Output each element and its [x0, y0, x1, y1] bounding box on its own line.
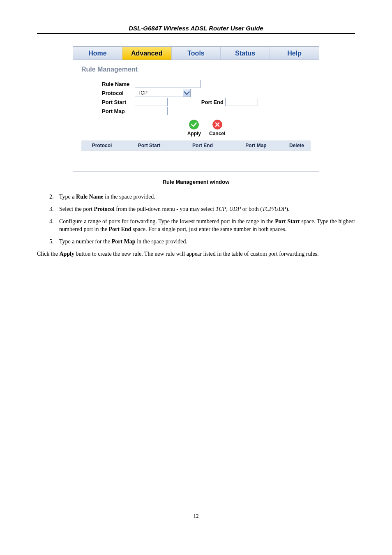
chevron-down-icon[interactable]: [183, 89, 190, 97]
closing-paragraph: Click the Apply button to create the new…: [37, 250, 355, 258]
port-map-label: Port Map: [102, 108, 135, 114]
rule-form: Rule Name Protocol TCP Port Start Port E…: [81, 77, 311, 141]
svg-point-0: [189, 120, 199, 130]
rule-name-input[interactable]: [135, 80, 201, 88]
page-number: 12: [37, 513, 355, 519]
step-2: Type a Rule Name in the space provided.: [55, 193, 355, 201]
tab-home[interactable]: Home: [73, 47, 122, 60]
step-3: Select the port Protocol from the pull-d…: [55, 206, 355, 213]
port-map-input[interactable]: [135, 107, 168, 115]
port-end-label: Port End: [196, 99, 225, 105]
col-delete: Delete: [283, 141, 311, 150]
port-start-input[interactable]: [135, 98, 168, 106]
apply-label: Apply: [187, 131, 201, 136]
step-4: Configure a range of ports for forwardin…: [55, 218, 355, 233]
port-start-label: Port Start: [102, 99, 135, 105]
col-port-end: Port End: [176, 141, 229, 150]
tab-status[interactable]: Status: [221, 47, 270, 60]
rule-name-label: Rule Name: [102, 81, 135, 87]
check-icon: [189, 119, 199, 130]
apply-button[interactable]: Apply: [187, 119, 201, 136]
col-port-map: Port Map: [229, 141, 283, 150]
page-header: DSL-G684T Wireless ADSL Router User Guid…: [37, 25, 355, 34]
rules-table-header: Protocol Port Start Port End Port Map De…: [81, 141, 311, 150]
protocol-value: TCP: [135, 90, 150, 96]
tab-help[interactable]: Help: [270, 47, 319, 60]
tab-bar: Home Advanced Tools Status Help: [73, 47, 319, 60]
router-ui-screenshot: Home Advanced Tools Status Help Rule Man…: [73, 46, 319, 171]
section-title: Rule Management: [81, 66, 311, 73]
protocol-select[interactable]: TCP: [135, 89, 191, 97]
cancel-button[interactable]: Cancel: [209, 119, 225, 136]
close-icon: [212, 119, 223, 130]
tab-advanced[interactable]: Advanced: [122, 47, 172, 60]
cancel-label: Cancel: [209, 131, 225, 136]
col-port-start: Port Start: [122, 141, 176, 150]
tab-tools[interactable]: Tools: [172, 47, 221, 60]
port-end-input[interactable]: [225, 98, 258, 106]
instruction-list: Type a Rule Name in the space provided. …: [37, 193, 355, 245]
figure-caption: Rule Management window: [37, 179, 355, 185]
protocol-label: Protocol: [102, 90, 135, 96]
step-5: Type a number for the Port Map in the sp…: [55, 238, 355, 245]
col-protocol: Protocol: [81, 141, 122, 150]
